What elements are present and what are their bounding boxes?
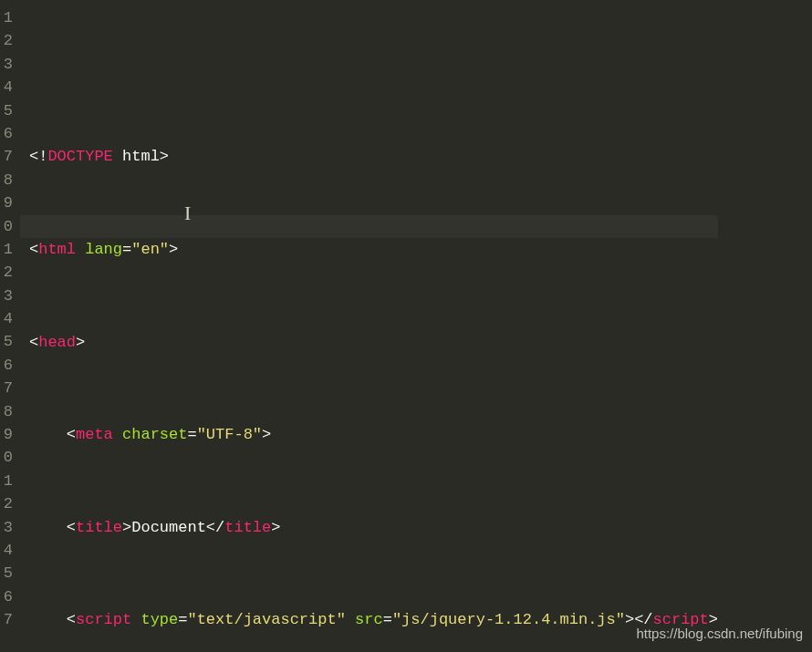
code-line[interactable]: <head> <box>29 331 718 354</box>
code-line[interactable]: <meta charset="UTF-8"> <box>29 423 718 446</box>
attr-name: lang <box>85 241 122 258</box>
text-content: Document <box>131 519 206 536</box>
doctype-name: html <box>122 148 160 165</box>
tag-name: meta <box>76 426 113 443</box>
tag-name: title <box>224 519 271 536</box>
active-line-highlight <box>20 215 718 238</box>
line-number: 2 <box>0 492 13 515</box>
bracket: > <box>160 148 169 165</box>
line-number: 9 <box>0 191 13 214</box>
line-number: 1 <box>0 470 13 492</box>
line-number: 4 <box>0 539 13 562</box>
line-number: 2 <box>0 29 13 52</box>
line-number: 7 <box>0 377 13 399</box>
watermark-text: https://blog.csdn.net/ifubing <box>636 622 803 645</box>
line-number: 6 <box>0 122 13 145</box>
bracket: <! <box>29 148 47 165</box>
attr-value: "js/jquery-1.12.4.min.js" <box>392 611 625 628</box>
text-cursor-icon: I <box>184 202 191 224</box>
line-number: 1 <box>0 6 13 29</box>
code-area[interactable]: I <!DOCTYPE html> <html lang="en"> <head… <box>20 0 718 652</box>
line-number: 5 <box>0 99 13 122</box>
line-number: 0 <box>0 446 13 469</box>
attr-name: src <box>355 611 383 628</box>
line-number: 4 <box>0 76 13 98</box>
tag-name: head <box>38 334 76 351</box>
code-line[interactable]: <title>Document</title> <box>29 516 718 539</box>
attr-name: charset <box>122 426 187 443</box>
line-number: 7 <box>0 608 13 631</box>
line-number: 4 <box>0 307 13 330</box>
doctype-keyword: DOCTYPE <box>47 148 112 165</box>
line-number: 2 <box>0 261 13 284</box>
line-number: 6 <box>0 354 13 377</box>
attr-value: "en" <box>131 241 169 258</box>
line-number: 3 <box>0 285 13 307</box>
line-number: 3 <box>0 53 13 76</box>
tag-name: html <box>38 241 76 258</box>
attr-name: type <box>141 611 178 628</box>
code-line[interactable]: <!DOCTYPE html> <box>29 145 718 168</box>
code-line[interactable]: <html lang="en"> <box>29 238 718 261</box>
line-number: 9 <box>0 423 13 446</box>
line-number: 5 <box>0 330 13 353</box>
line-number: 8 <box>0 400 13 423</box>
line-number: 7 <box>0 145 13 168</box>
tag-name: title <box>76 519 122 536</box>
line-number: 5 <box>0 562 13 585</box>
attr-value: "UTF-8" <box>197 426 262 443</box>
code-editor[interactable]: 123456789012345678901234567 I <!DOCTYPE … <box>0 0 812 652</box>
line-number-gutter: 123456789012345678901234567 <box>0 0 20 652</box>
line-number: 3 <box>0 516 13 539</box>
attr-value: "text/javascript" <box>187 611 345 628</box>
tag-name: script <box>76 611 131 628</box>
line-number: 6 <box>0 585 13 608</box>
line-number: 1 <box>0 238 13 261</box>
line-number: 8 <box>0 169 13 191</box>
line-number: 0 <box>0 215 13 238</box>
code-line[interactable]: <script type="text/javascript" src="js/j… <box>29 608 718 631</box>
